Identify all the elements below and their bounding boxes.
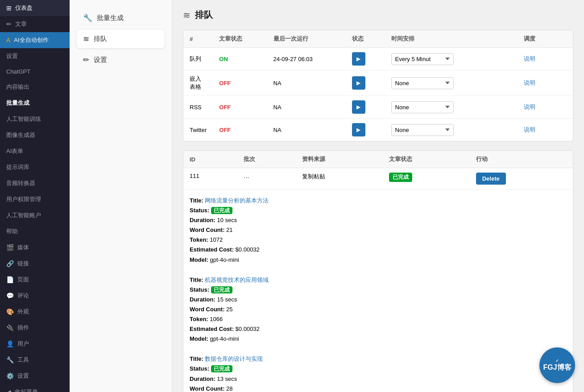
page-title: 排队 bbox=[195, 9, 213, 21]
title-label: Title: bbox=[190, 355, 203, 362]
sidebar-item-user-perm[interactable]: 用户权限管理 bbox=[0, 191, 70, 207]
run-button[interactable]: ▶ bbox=[352, 123, 365, 136]
comment-icon: 💬 bbox=[6, 292, 14, 299]
sidebar-item-settings-top[interactable]: 设置 bbox=[0, 48, 70, 64]
status-badge: 已完成 bbox=[211, 207, 232, 214]
run-button[interactable]: ▶ bbox=[352, 100, 365, 114]
sidebar-item-content-output[interactable]: 内容输出 bbox=[0, 79, 70, 95]
run-button[interactable]: ▶ bbox=[352, 52, 365, 66]
sidebar-item-users[interactable]: 👤 用户 bbox=[0, 336, 70, 352]
sidebar-item-collapse[interactable]: ◀ 收起菜单 bbox=[0, 384, 70, 392]
sidebar-item-ai-auto[interactable]: A AI全自动创作 bbox=[0, 32, 70, 48]
sidebar-item-label: 音频转换器 bbox=[6, 179, 35, 187]
queue-row-schedule-cell: Every 5 MinutEvery 10 MinutesEvery 30 Mi… bbox=[385, 48, 499, 70]
article-title-link[interactable]: 数据仓库的设计与实现 bbox=[205, 355, 263, 362]
sidebar-item-prompts[interactable]: 提示词库 bbox=[0, 159, 70, 175]
sidebar-item-ai-list[interactable]: AI表单 bbox=[0, 143, 70, 159]
cost-value: $0.00032 bbox=[236, 326, 260, 332]
wordcount-value: 21 bbox=[226, 227, 232, 233]
article-title-link[interactable]: 网络流量分析的基本方法 bbox=[205, 197, 269, 204]
status-label: Status: bbox=[190, 286, 209, 293]
notes-link[interactable]: 说明 bbox=[524, 126, 535, 133]
duration-label: Duration: bbox=[190, 375, 215, 382]
status-badge: 已完成 bbox=[211, 365, 232, 372]
queue-row-article-status: OFF bbox=[213, 70, 267, 96]
sidebar-item-label: 人工智能账户 bbox=[6, 211, 41, 219]
batch-row-status: 已完成 bbox=[383, 168, 470, 190]
sidebar-item-ai-account[interactable]: 人工智能账户 bbox=[0, 207, 70, 223]
watermark-brand: FGJ博客 bbox=[543, 363, 571, 372]
cost-label: Estimated Cost: bbox=[190, 246, 234, 253]
queue-row-name: RSS bbox=[183, 96, 213, 119]
sidebar-item-label: 外观 bbox=[17, 308, 29, 316]
queue-row-last-run: 24-09-27 06:03 bbox=[267, 48, 346, 70]
delete-button[interactable]: Delete bbox=[476, 173, 506, 185]
sidebar-item-label: 设置 bbox=[6, 52, 18, 60]
wordcount-label: Word Count: bbox=[190, 306, 224, 313]
page-icon: 📄 bbox=[6, 276, 14, 283]
batch-col-batch: 批次 bbox=[237, 151, 296, 168]
duration-value: 13 secs bbox=[217, 375, 237, 382]
batch-col-source: 资料来源 bbox=[296, 151, 383, 168]
col-last-run-header: 最后一次运行 bbox=[267, 30, 346, 48]
sidebar-item-media[interactable]: 🎬 媒体 bbox=[0, 239, 70, 256]
sidebar-item-articles[interactable]: ✏ 文章 bbox=[0, 16, 70, 32]
wrench-icon: 🔧 bbox=[83, 13, 92, 23]
sidebar-item-dashboard[interactable]: ⊞ 仪表盘 bbox=[0, 0, 70, 16]
sidebar-item-label: 文章 bbox=[15, 20, 27, 28]
sidebar-item-label: 设置 bbox=[17, 372, 29, 380]
article-title-link[interactable]: 机器视觉技术的应用领域 bbox=[205, 276, 269, 283]
sidebar-item-label: AI全自动创作 bbox=[14, 36, 48, 44]
col-hash: # bbox=[183, 30, 213, 48]
queue-row-empty bbox=[498, 70, 517, 96]
sidebar-item-image-gen[interactable]: 图像生成器 bbox=[0, 127, 70, 143]
sidebar-item-audio-conv[interactable]: 音频转换器 bbox=[0, 175, 70, 191]
users-icon: 👤 bbox=[6, 340, 14, 347]
notes-link[interactable]: 说明 bbox=[524, 55, 535, 62]
queue-row-run-btn-cell: ▶ bbox=[346, 70, 385, 96]
page-header: ≋ 排队 bbox=[183, 9, 573, 21]
cost-value: $0.00032 bbox=[236, 246, 260, 253]
schedule-select[interactable]: NoneEvery 5 MinutesEvery 10 MinutesEvery… bbox=[391, 77, 454, 89]
sidebar-item-chatgpt[interactable]: ChatGPT bbox=[0, 64, 70, 79]
media-icon: 🎬 bbox=[6, 244, 14, 251]
schedule-select[interactable]: Every 5 MinutEvery 10 MinutesEvery 30 Mi… bbox=[391, 53, 454, 65]
notes-link[interactable]: 说明 bbox=[524, 79, 535, 86]
submenu-item-queue[interactable]: ≋ 排队 bbox=[77, 30, 165, 48]
sidebar-item-comments[interactable]: 💬 评论 bbox=[0, 288, 70, 304]
submenu-item-batch-gen[interactable]: 🔧 批量生成 bbox=[77, 9, 165, 27]
sub-menu: 🔧 批量生成 ≋ 排队 ✏ 设置 bbox=[70, 0, 172, 392]
queue-row-article-status: ON bbox=[213, 48, 267, 70]
col-article-status-header: 文章状态 bbox=[213, 30, 267, 48]
settings-edit-icon: ✏ bbox=[83, 55, 89, 65]
wordcount-label: Word Count: bbox=[190, 385, 224, 392]
sidebar-item-label: 页面 bbox=[17, 276, 29, 284]
sidebar-item-tools[interactable]: 🔧 工具 bbox=[0, 352, 70, 368]
sidebar-item-label: 插件 bbox=[17, 324, 29, 332]
queue-row-last-run: NA bbox=[267, 70, 346, 96]
queue-table-row: 嵌入表格 OFF NA ▶ NoneEvery 5 MinutesEvery 1… bbox=[183, 70, 573, 96]
queue-row-article-status: OFF bbox=[213, 119, 267, 141]
sidebar-item-help[interactable]: 帮助 bbox=[0, 223, 70, 239]
sidebar-item-batch-generate[interactable]: 批量生成 bbox=[0, 95, 70, 111]
sidebar-item-label: 用户权限管理 bbox=[6, 195, 41, 203]
queue-row-empty2 bbox=[554, 48, 573, 70]
sidebar-item-ai-training[interactable]: 人工智能训练 bbox=[0, 111, 70, 127]
run-button[interactable]: ▶ bbox=[352, 76, 365, 90]
schedule-select[interactable]: NoneEvery 5 MinutesEvery 10 MinutesEvery… bbox=[391, 101, 454, 113]
submenu-item-settings[interactable]: ✏ 设置 bbox=[77, 51, 165, 69]
sidebar-item-appearance[interactable]: 🎨 外观 bbox=[0, 304, 70, 320]
notes-link[interactable]: 说明 bbox=[524, 103, 535, 110]
sidebar-item-label: 媒体 bbox=[17, 243, 29, 252]
sidebar-item-links[interactable]: 🔗 链接 bbox=[0, 256, 70, 272]
watermark: ✓ FGJ博客 bbox=[539, 347, 575, 383]
sidebar-item-label: 仪表盘 bbox=[15, 4, 33, 12]
sidebar-item-plugins[interactable]: 🔌 插件 bbox=[0, 320, 70, 336]
sidebar-item-pages[interactable]: 📄 页面 bbox=[0, 272, 70, 288]
dashboard-icon: ⊞ bbox=[6, 4, 12, 12]
schedule-select[interactable]: NoneEvery 5 MinutesEvery 10 MinutesEvery… bbox=[391, 124, 454, 136]
page-header-icon: ≋ bbox=[183, 10, 191, 21]
tools-icon: 🔧 bbox=[6, 356, 14, 363]
sidebar-item-settings-bottom[interactable]: ⚙️ 设置 bbox=[0, 368, 70, 384]
model-label: Model: bbox=[190, 256, 208, 263]
